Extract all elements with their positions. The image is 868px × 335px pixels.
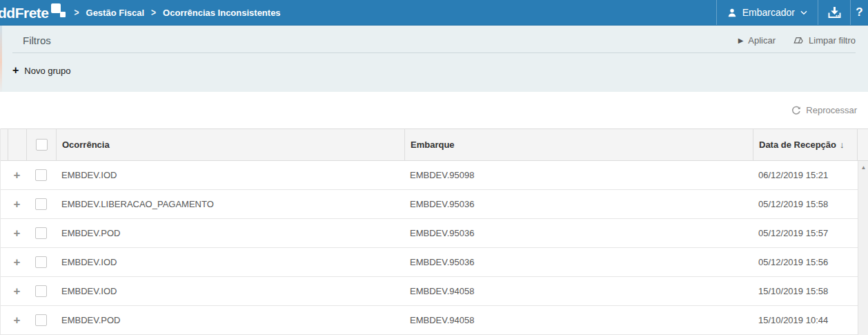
header-spacer xyxy=(1,129,8,160)
help-button[interactable]: ? xyxy=(850,0,868,25)
cell-data-recepcao: 15/10/2019 15:58 xyxy=(753,286,858,296)
clear-filter-button[interactable]: Limpar filtro xyxy=(792,35,856,46)
row-expand-cell: + xyxy=(8,256,26,268)
row-checkbox-cell xyxy=(26,256,56,268)
breadcrumb-item-ocorrencias-inconsistentes[interactable]: Ocorrências Inconsistentes xyxy=(163,8,281,18)
header-expand-column xyxy=(8,129,26,160)
row-checkbox[interactable] xyxy=(35,256,47,268)
cell-embarque: EMBDEV.94058 xyxy=(404,286,753,296)
cell-ocorrencia: EMBDEV.IOD xyxy=(56,170,404,180)
reprocess-label: Reprocessar xyxy=(806,105,857,115)
table-row[interactable]: + EMBDEV.IOD EMBDEV.94058 15/10/2019 15:… xyxy=(1,277,858,306)
row-checkbox-cell xyxy=(26,314,56,326)
filters-actions: ▶ Aplicar Limpar filtro xyxy=(738,35,856,46)
row-checkbox-cell xyxy=(26,198,56,210)
cell-data-recepcao: 06/12/2019 15:21 xyxy=(753,170,858,180)
row-checkbox[interactable] xyxy=(35,169,47,181)
chevron-down-icon xyxy=(800,10,807,15)
row-checkbox[interactable] xyxy=(35,285,47,297)
filters-divider xyxy=(12,52,856,53)
cell-ocorrencia: EMBDEV.POD xyxy=(56,315,404,325)
sort-desc-icon: ↓ xyxy=(840,140,845,150)
cell-ocorrencia: EMBDEV.POD xyxy=(56,228,404,238)
row-checkbox-cell xyxy=(26,285,56,297)
row-checkbox[interactable] xyxy=(35,314,47,326)
table-header: Ocorrência Embarque Data de Recepção↓ xyxy=(1,128,868,161)
plus-icon: + xyxy=(12,65,19,76)
breadcrumb-separator-icon: > xyxy=(75,6,79,19)
play-icon: ▶ xyxy=(738,37,744,44)
scrollbar-up-icon[interactable]: ▲ xyxy=(861,164,867,335)
apply-filter-label: Aplicar xyxy=(748,35,776,46)
cell-data-recepcao: 05/12/2019 15:56 xyxy=(753,257,858,267)
reprocess-button[interactable]: Reprocessar xyxy=(791,105,857,115)
app-logo-icon xyxy=(51,3,66,21)
cell-data-recepcao: 15/10/2019 10:44 xyxy=(753,315,858,325)
row-checkbox[interactable] xyxy=(35,198,47,210)
cell-embarque: EMBDEV.94058 xyxy=(404,315,753,325)
table-row[interactable]: + EMBDEV.POD EMBDEV.94058 15/10/2019 10:… xyxy=(1,306,858,335)
row-checkbox-cell xyxy=(26,227,56,239)
clear-filter-label: Limpar filtro xyxy=(809,35,856,46)
download-button[interactable] xyxy=(818,0,850,25)
expand-row-icon[interactable]: + xyxy=(14,198,21,210)
cell-embarque: EMBDEV.95036 xyxy=(404,257,753,267)
column-header-data-recepcao[interactable]: Data de Recepção↓ xyxy=(753,140,845,150)
row-expand-cell: + xyxy=(8,285,26,297)
row-checkbox[interactable] xyxy=(35,227,47,239)
cell-embarque: EMBDEV.95036 xyxy=(404,199,753,209)
cell-ocorrencia: EMBDEV.IOD xyxy=(56,257,404,267)
row-expand-cell: + xyxy=(8,169,26,181)
header-scrollbar-spacer xyxy=(857,129,868,160)
breadcrumb: > Gestão Fiscal > Ocorrências Inconsiste… xyxy=(75,8,281,18)
occurrences-table: Ocorrência Embarque Data de Recepção↓ + … xyxy=(0,128,868,335)
expand-row-icon[interactable]: + xyxy=(14,256,21,268)
row-expand-cell: + xyxy=(8,314,26,326)
table-body: + EMBDEV.IOD EMBDEV.95098 06/12/2019 15:… xyxy=(1,161,858,335)
help-icon: ? xyxy=(856,6,862,19)
select-all-checkbox[interactable] xyxy=(36,139,48,151)
table-row[interactable]: + EMBDEV.IOD EMBDEV.95036 05/12/2019 15:… xyxy=(1,248,858,277)
filters-title: Filtros xyxy=(23,35,51,46)
cell-data-recepcao: 05/12/2019 15:58 xyxy=(753,199,858,209)
eraser-icon xyxy=(792,37,804,45)
cell-embarque: EMBDEV.95098 xyxy=(404,170,753,180)
user-menu-button[interactable]: Embarcador xyxy=(716,0,818,25)
row-expand-cell: + xyxy=(8,227,26,239)
row-expand-cell: + xyxy=(8,198,26,210)
user-menu-label: Embarcador xyxy=(742,7,795,18)
table-body-wrap: + EMBDEV.IOD EMBDEV.95098 06/12/2019 15:… xyxy=(1,161,868,335)
download-icon xyxy=(827,6,842,19)
user-icon xyxy=(727,8,737,18)
topbar-right-actions: Embarcador ? xyxy=(716,0,868,25)
table-row[interactable]: + EMBDEV.LIBERACAO_PAGAMENTO EMBDEV.9503… xyxy=(1,190,858,219)
table-row[interactable]: + EMBDEV.IOD EMBDEV.95098 06/12/2019 15:… xyxy=(1,161,858,190)
grid-toolbar: Reprocessar xyxy=(0,92,868,128)
column-header-embarque[interactable]: Embarque xyxy=(405,140,455,150)
cell-data-recepcao: 05/12/2019 15:57 xyxy=(753,228,858,238)
expand-row-icon[interactable]: + xyxy=(14,285,21,297)
app-logo-text: ddFrete xyxy=(0,6,49,20)
column-header-ocorrencia[interactable]: Ocorrência xyxy=(57,140,110,150)
cell-ocorrencia: EMBDEV.IOD xyxy=(56,286,404,296)
row-checkbox-cell xyxy=(26,169,56,181)
cell-embarque: EMBDEV.95036 xyxy=(404,228,753,238)
expand-row-icon[interactable]: + xyxy=(14,314,21,326)
expand-row-icon[interactable]: + xyxy=(14,169,21,181)
cell-ocorrencia: EMBDEV.LIBERACAO_PAGAMENTO xyxy=(56,199,404,209)
apply-filter-button[interactable]: ▶ Aplicar xyxy=(738,35,776,46)
top-navigation-bar: ddFrete > Gestão Fiscal > Ocorrências In… xyxy=(0,0,868,26)
new-group-button[interactable]: + Novo grupo xyxy=(12,65,71,76)
new-group-label: Novo grupo xyxy=(24,66,70,76)
header-checkbox-cell xyxy=(26,129,56,160)
app-logo[interactable]: ddFrete xyxy=(0,3,66,21)
table-scrollbar[interactable]: ▲ xyxy=(858,161,868,335)
breadcrumb-item-gestao-fiscal[interactable]: Gestão Fiscal xyxy=(86,8,145,18)
breadcrumb-separator-icon: > xyxy=(151,6,156,19)
expand-row-icon[interactable]: + xyxy=(14,227,21,239)
filters-panel: Filtros ▶ Aplicar Limpar filtro + Novo g… xyxy=(0,26,868,92)
refresh-icon xyxy=(791,106,801,115)
table-row[interactable]: + EMBDEV.POD EMBDEV.95036 05/12/2019 15:… xyxy=(1,219,858,248)
